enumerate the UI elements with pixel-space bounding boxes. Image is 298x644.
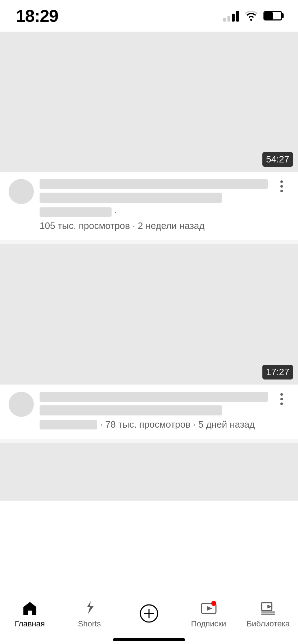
bottom-nav: Главная Shorts <box>0 594 298 644</box>
section-gap-1 <box>0 240 298 244</box>
video-title-blur-line2 <box>40 193 222 203</box>
nav-subscriptions-label: Подписки <box>191 619 226 629</box>
nav-create[interactable] <box>119 604 179 623</box>
video-duration-1: 54:27 <box>262 152 293 167</box>
status-time: 18:29 <box>16 6 58 26</box>
nav-subscriptions[interactable]: Подписки <box>179 598 239 629</box>
video-views-1: · <box>114 206 117 217</box>
section-gap-2 <box>0 439 298 443</box>
nav-home-label: Главная <box>15 619 45 629</box>
video-info-1: · 105 тыс. просмотров · 2 недели назад <box>0 172 298 240</box>
subscriptions-icon-wrap <box>199 598 218 617</box>
channel-name-blur-2 <box>40 420 97 429</box>
status-icons <box>223 10 282 22</box>
video-thumbnail-1[interactable]: 54:27 <box>0 32 298 172</box>
video-stats-2: · 78 тыс. просмотров · 5 дней назад <box>100 419 255 430</box>
channel-avatar-2[interactable] <box>9 392 34 417</box>
partial-video-thumbnail[interactable] <box>0 443 298 501</box>
svg-marker-4 <box>207 606 212 611</box>
svg-point-5 <box>211 601 216 606</box>
wifi-icon <box>245 11 258 21</box>
video-details-2: · 78 тыс. просмотров · 5 дней назад <box>40 392 268 430</box>
video-title-blur-2-line1 <box>40 392 268 402</box>
video-stats-1: 105 тыс. просмотров · 2 недели назад <box>40 220 204 231</box>
video-title-blur-2-line2 <box>40 405 222 415</box>
status-bar: 18:29 <box>0 0 298 32</box>
video-details-1: · 105 тыс. просмотров · 2 недели назад <box>40 179 268 231</box>
video-meta-2: · 78 тыс. просмотров · 5 дней назад <box>40 419 268 430</box>
battery-icon <box>263 11 282 20</box>
signal-icon <box>223 10 239 22</box>
nav-spacer <box>0 501 298 558</box>
more-options-button-1[interactable] <box>274 179 289 192</box>
video-title-blur-line1 <box>40 179 268 189</box>
video-meta-1: · 105 тыс. просмотров · 2 недели назад <box>40 206 268 231</box>
channel-avatar-1[interactable] <box>9 179 34 204</box>
subscriptions-icon <box>199 598 218 617</box>
nav-home[interactable]: Главная <box>0 598 60 629</box>
shorts-icon <box>80 598 99 617</box>
more-options-button-2[interactable] <box>274 392 289 405</box>
home-icon <box>21 598 39 617</box>
nav-shorts[interactable]: Shorts <box>60 598 119 629</box>
create-icon <box>140 604 158 623</box>
home-indicator <box>113 638 185 641</box>
content-area: 54:27 · 105 тыс. просмотров · 2 недели н… <box>0 32 298 558</box>
nav-library[interactable]: Библиотека <box>238 598 298 629</box>
nav-library-label: Библиотека <box>247 619 290 629</box>
channel-name-blur-1 <box>40 207 112 217</box>
video-card-2: 17:27 · 78 тыс. просмотров · 5 дней наза… <box>0 244 298 439</box>
video-thumbnail-2[interactable]: 17:27 <box>0 244 298 385</box>
nav-shorts-label: Shorts <box>78 619 101 629</box>
library-icon <box>259 598 277 617</box>
video-info-2: · 78 тыс. просмотров · 5 дней назад <box>0 385 298 439</box>
video-duration-2: 17:27 <box>262 365 293 380</box>
video-card-1: 54:27 · 105 тыс. просмотров · 2 недели н… <box>0 32 298 240</box>
